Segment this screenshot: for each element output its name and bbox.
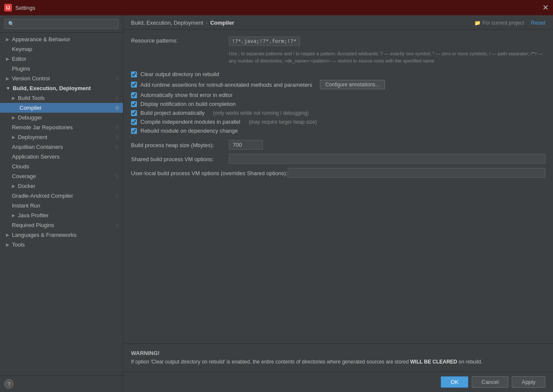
warning-box: WARNING! If option 'Clear output directo… <box>123 344 553 372</box>
compile-parallel-label: Compile independent modules in parallel <box>140 119 240 125</box>
chevron-right-icon: ▶ <box>6 37 9 42</box>
folder-icon: 📁 <box>474 20 481 26</box>
build-auto-checkbox[interactable] <box>131 110 137 116</box>
apply-button[interactable]: Apply <box>512 376 545 388</box>
content-area: Build, Execution, Deployment › Compiler … <box>123 15 553 392</box>
checkbox-clear-output: Clear output directory on rebuild <box>131 71 545 77</box>
configure-annotations-button[interactable]: Configure annotations... <box>320 80 385 89</box>
sidebar-item-plugins[interactable]: Plugins <box>0 64 123 74</box>
copy-icon: ⎘ <box>116 105 119 111</box>
content-header: Build, Execution, Deployment › Compiler … <box>123 15 553 30</box>
for-project-indicator: 📁 For current project <box>474 20 524 26</box>
resource-pattern-hint: Use ; to separate patterns and ! to nega… <box>229 50 545 64</box>
heap-size-row: Build process heap size (Mbytes): <box>131 140 545 150</box>
app-icon: IJ <box>4 4 12 11</box>
sidebar-item-instant-run[interactable]: Instant Run <box>0 201 123 210</box>
nav-tree: ▶ Appearance & Behavior Keymap ▶ Editor … <box>0 33 123 375</box>
sidebar-item-java-profiler[interactable]: ▶ Java Profiler <box>0 210 123 220</box>
compile-parallel-checkbox[interactable] <box>131 119 137 125</box>
show-first-error-checkbox[interactable] <box>131 92 137 98</box>
resource-patterns-label: Resource patterns: <box>131 37 229 44</box>
close-button[interactable]: ✕ <box>542 3 549 12</box>
chevron-right-icon: ▶ <box>12 115 15 120</box>
heap-size-input[interactable] <box>229 140 263 150</box>
sidebar-item-gradle-android[interactable]: Gradle-Android Compiler ⎘ <box>0 191 123 201</box>
clear-output-checkbox[interactable] <box>131 71 137 77</box>
main-layout: ▶ Appearance & Behavior Keymap ▶ Editor … <box>0 15 553 392</box>
display-notification-checkbox[interactable] <box>131 101 137 107</box>
shared-vm-input[interactable] <box>229 154 545 164</box>
shared-vm-row: Shared build process VM options: <box>131 154 545 164</box>
display-notification-label: Display notification on build completion <box>140 101 236 107</box>
copy-icon: ⎘ <box>116 76 119 82</box>
checkbox-build-auto: Build project automatically (only works … <box>131 110 545 116</box>
checkbox-display-notification: Display notification on build completion <box>131 101 545 107</box>
resource-pattern-wrapper <box>229 37 545 46</box>
shared-vm-label: Shared build process VM options: <box>131 155 229 162</box>
show-first-error-label: Automatically show first error in editor <box>140 92 233 98</box>
sidebar-item-deployment[interactable]: ▶ Deployment ⎘ <box>0 132 123 142</box>
checkbox-compile-parallel: Compile independent modules in parallel … <box>131 119 545 125</box>
sidebar-item-coverage[interactable]: Coverage ⎘ <box>0 171 123 181</box>
copy-icon: ⎘ <box>116 95 119 101</box>
sidebar-item-keymap[interactable]: Keymap <box>0 44 123 54</box>
chevron-right-icon: ▶ <box>12 96 15 100</box>
help-button[interactable]: ? <box>4 379 14 389</box>
copy-icon: ⎘ <box>116 125 119 131</box>
sidebar-item-required-plugins[interactable]: Required Plugins ⎘ <box>0 220 123 230</box>
sidebar-item-languages[interactable]: ▶ Languages & Frameworks <box>0 230 123 240</box>
heap-size-label: Build process heap size (Mbytes): <box>131 141 229 148</box>
copy-icon: ⎘ <box>116 134 119 140</box>
clear-output-label: Clear output directory on rebuild <box>140 71 219 77</box>
sidebar-item-version-control[interactable]: ▶ Version Control ⎘ <box>0 74 123 83</box>
copy-icon: ⎘ <box>116 222 119 228</box>
chevron-right-icon: ▶ <box>6 57 9 61</box>
runtime-assertions-checkbox[interactable] <box>131 82 137 88</box>
sidebar-item-tools[interactable]: ▶ Tools <box>0 240 123 250</box>
chevron-down-icon: ▼ <box>6 86 10 91</box>
sidebar-item-appearance[interactable]: ▶ Appearance & Behavior <box>0 34 123 44</box>
reset-button[interactable]: Reset <box>531 20 545 26</box>
sidebar-item-remote-jar[interactable]: Remote Jar Repositories ⎘ <box>0 122 123 132</box>
sidebar-item-app-servers[interactable]: Application Servers <box>0 152 123 162</box>
chevron-right-icon: ▶ <box>6 76 9 81</box>
sidebar-item-debugger[interactable]: ▶ Debugger <box>0 113 123 122</box>
breadcrumb-separator: › <box>206 20 208 26</box>
build-auto-label: Build project automatically <box>140 110 205 116</box>
sidebar-item-clouds[interactable]: Clouds <box>0 162 123 171</box>
warning-text: If option 'Clear output directory on reb… <box>131 358 545 366</box>
window-title: Settings <box>15 5 35 11</box>
copy-icon: ⎘ <box>116 144 119 150</box>
sidebar-item-editor[interactable]: ▶ Editor <box>0 54 123 64</box>
resource-patterns-row: Resource patterns: <box>131 37 545 46</box>
breadcrumb-part1: Build, Execution, Deployment <box>131 20 203 26</box>
chevron-right-icon: ▶ <box>12 213 15 218</box>
resource-pattern-input[interactable] <box>229 37 300 46</box>
copy-icon: ⎘ <box>116 193 119 199</box>
cancel-button[interactable]: Cancel <box>472 376 508 388</box>
checkbox-show-first-error: Automatically show first error in editor <box>131 92 545 98</box>
ok-button[interactable]: OK <box>441 376 468 388</box>
chevron-right-icon: ▶ <box>6 233 9 237</box>
copy-icon: ⎘ <box>116 173 119 179</box>
sidebar-item-build-tools[interactable]: ▶ Build Tools ⎘ <box>0 93 123 103</box>
sidebar-item-build-exec[interactable]: ▼ Build, Execution, Deployment <box>0 83 123 93</box>
search-box <box>0 15 123 33</box>
title-bar: IJ Settings ✕ <box>0 0 553 15</box>
user-local-vm-label: User-local build process VM options (ove… <box>131 169 288 176</box>
user-local-vm-input[interactable] <box>288 168 545 178</box>
chevron-right-icon: ▶ <box>6 242 9 247</box>
sidebar: ▶ Appearance & Behavior Keymap ▶ Editor … <box>0 15 123 392</box>
chevron-right-icon: ▶ <box>12 135 15 139</box>
compile-parallel-hint: (may require larger heap size) <box>249 119 317 125</box>
sidebar-item-docker[interactable]: ▶ Docker <box>0 181 123 191</box>
user-local-vm-row: User-local build process VM options (ove… <box>131 168 545 178</box>
sidebar-item-arquillian[interactable]: Arquillian Containers ⎘ <box>0 142 123 152</box>
build-auto-hint: (only works while not running / debuggin… <box>213 110 309 116</box>
breadcrumb: Build, Execution, Deployment › Compiler <box>131 20 234 26</box>
rebuild-module-checkbox[interactable] <box>131 128 137 134</box>
sidebar-item-compiler[interactable]: Compiler ⎘ <box>0 103 123 113</box>
search-input[interactable] <box>4 19 119 29</box>
breadcrumb-part2: Compiler <box>210 20 234 26</box>
button-bar: OK Cancel Apply <box>123 372 553 392</box>
